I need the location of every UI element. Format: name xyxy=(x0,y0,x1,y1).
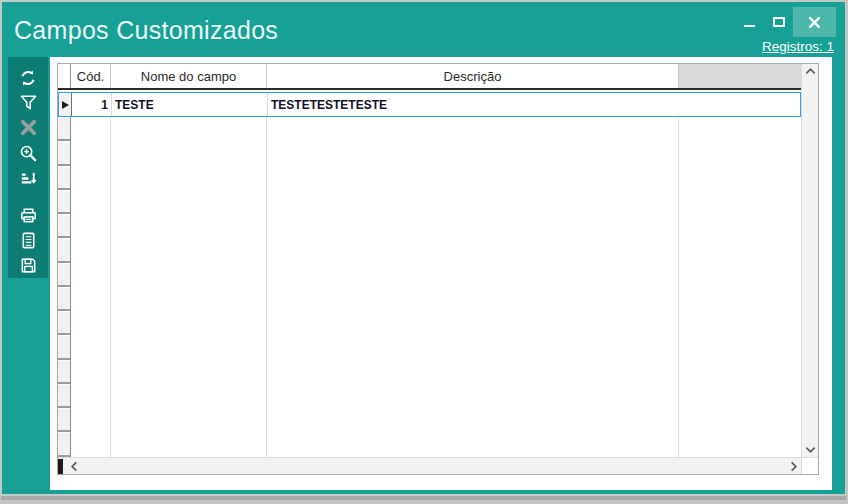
column-divider xyxy=(678,117,679,457)
empty-selector-cell xyxy=(58,263,70,287)
print-icon xyxy=(19,206,38,225)
empty-selector-cell xyxy=(58,141,70,165)
report-icon xyxy=(19,231,38,250)
scrollbar-corner xyxy=(801,457,818,474)
current-row-arrow-icon xyxy=(62,101,69,109)
empty-selector-cell xyxy=(58,166,70,190)
screen: Campos Customizados Registros: 1 xyxy=(0,0,848,504)
filter-button[interactable] xyxy=(15,90,41,115)
header-row-selector xyxy=(58,64,71,88)
header-nome[interactable]: Nome do campo xyxy=(111,64,267,88)
scroll-up-icon[interactable] xyxy=(805,67,816,75)
empty-selector-cell xyxy=(58,360,70,384)
empty-selector-cell xyxy=(58,408,70,432)
content-area: Cód. Nome do campo Descrição 1 TESTE TES… xyxy=(50,57,832,490)
refresh-icon xyxy=(18,68,38,88)
titlebar[interactable]: Campos Customizados Registros: 1 xyxy=(2,2,845,57)
grid-body xyxy=(58,117,801,457)
table-row[interactable]: 1 TESTE TESTETESTETESTE xyxy=(58,92,801,117)
vertical-scrollbar[interactable] xyxy=(801,64,818,457)
maximize-button[interactable] xyxy=(764,7,793,37)
empty-selector-cell xyxy=(58,117,70,141)
data-grid: Cód. Nome do campo Descrição 1 TESTE TES… xyxy=(57,63,819,475)
column-divider xyxy=(266,117,267,457)
empty-selector-cell xyxy=(58,384,70,408)
toolbar xyxy=(8,57,48,278)
sort-icon xyxy=(19,169,38,188)
scroll-down-icon[interactable] xyxy=(805,446,816,454)
sort-button[interactable] xyxy=(15,166,41,191)
registros-link[interactable]: Registros: 1 xyxy=(762,39,834,54)
clear-filter-button[interactable] xyxy=(15,115,41,140)
empty-selector-cell xyxy=(58,287,70,311)
empty-selector-cell xyxy=(58,311,70,335)
close-button[interactable] xyxy=(793,7,836,37)
horizontal-scrollbar[interactable] xyxy=(58,457,801,474)
cell-descricao[interactable]: TESTETESTETESTE xyxy=(268,93,680,116)
window-title: Campos Customizados xyxy=(14,16,278,45)
empty-selector-cell xyxy=(58,238,70,262)
minimize-icon xyxy=(744,25,755,27)
header-extra xyxy=(679,64,801,88)
filter-icon xyxy=(19,93,38,112)
scroll-right-button[interactable] xyxy=(786,459,801,474)
clear-filter-icon xyxy=(19,118,38,137)
close-icon xyxy=(808,16,821,29)
report-button[interactable] xyxy=(15,228,41,253)
refresh-button[interactable] xyxy=(15,65,41,90)
scroll-right-icon xyxy=(790,461,798,472)
empty-selector-cell xyxy=(58,214,70,238)
hscroll-thumb[interactable] xyxy=(58,459,63,474)
grid-header: Cód. Nome do campo Descrição xyxy=(58,64,801,90)
window-controls xyxy=(735,7,836,37)
empty-selector-cell xyxy=(58,335,70,359)
maximize-icon xyxy=(773,17,785,27)
minimize-button[interactable] xyxy=(735,7,764,37)
empty-selector-cell xyxy=(58,432,70,456)
header-descricao[interactable]: Descrição xyxy=(267,64,679,88)
scroll-left-button[interactable] xyxy=(66,459,81,474)
column-divider xyxy=(110,117,111,457)
row-selector-strip xyxy=(58,117,71,457)
cell-cod[interactable]: 1 xyxy=(72,93,112,116)
save-button[interactable] xyxy=(15,253,41,278)
zoom-icon xyxy=(19,144,38,163)
scroll-left-icon xyxy=(70,461,78,472)
zoom-button[interactable] xyxy=(15,141,41,166)
cell-nome[interactable]: TESTE xyxy=(112,93,268,116)
app-window: Campos Customizados Registros: 1 xyxy=(2,2,845,494)
header-cod[interactable]: Cód. xyxy=(71,64,111,88)
empty-selector-cell xyxy=(58,190,70,214)
save-icon xyxy=(19,256,38,275)
row-selector[interactable] xyxy=(59,93,72,116)
print-button[interactable] xyxy=(15,202,41,227)
